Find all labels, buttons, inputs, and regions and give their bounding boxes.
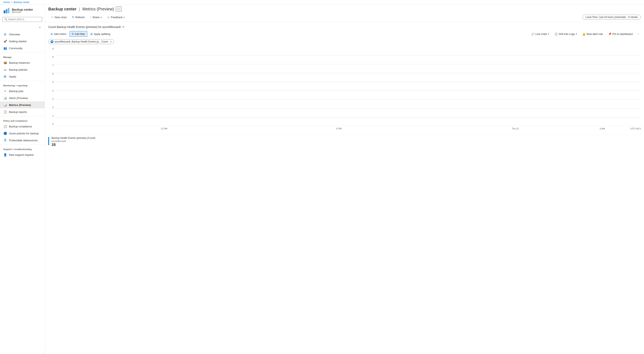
community-icon: 👥: [3, 46, 7, 50]
y-label-8: 8: [49, 56, 54, 58]
feedback-chevron-icon: ▾: [124, 16, 124, 18]
chart-container: 0123456789: [48, 46, 641, 132]
new-chart-button[interactable]: ＋ New chart: [48, 14, 69, 20]
azure-policies-icon: 🔵: [3, 132, 7, 135]
time-selector[interactable]: Local Time: Last 24 hours (Automatic - 5…: [582, 15, 641, 20]
chart-plot: [56, 46, 641, 126]
sidebar-item-azure-policies[interactable]: 🔵Azure policies for backup: [0, 130, 45, 137]
nav-section-label: Manage: [0, 53, 45, 59]
nav-section-divider: [0, 52, 45, 53]
refresh-button[interactable]: ↻ Refresh: [70, 14, 87, 20]
sidebar-item-label-alerts: Alerts (Preview): [9, 97, 28, 100]
add-metric-button[interactable]: ⊕ Add metric: [48, 31, 69, 37]
search-icon: 🔍: [4, 18, 7, 21]
app-title-group: Backup center Microsoft: [12, 8, 33, 13]
line-chart-button[interactable]: 📈 Line chart ▾: [529, 31, 551, 37]
breadcrumb-home[interactable]: Home: [3, 1, 10, 4]
x-label-6am: 6 AM: [600, 127, 605, 130]
feedback-button[interactable]: ☺ Feedback ▾: [104, 14, 127, 20]
sidebar-item-metrics[interactable]: 📊Metrics (Preview): [0, 101, 45, 108]
svg-rect-1: [6, 9, 7, 13]
sidebar-item-label-backup-instances: Backup instances: [9, 61, 30, 64]
protectable-datasources-icon: 🗄: [3, 138, 7, 142]
toolbar: ＋ New chart ↻ Refresh ↑ Share ▾ ☺ Feed: [48, 13, 641, 22]
y-label-6: 6: [49, 72, 54, 75]
main-layout: Backup center Microsoft 🔍 « ⊞Overview🚀Ge…: [0, 5, 644, 354]
sidebar-header: Backup center Microsoft: [0, 5, 45, 15]
alerts-icon: 📊: [3, 96, 7, 100]
y-axis: 0123456789: [48, 46, 54, 126]
apply-splitting-button[interactable]: ⊞ Apply splitting: [88, 31, 112, 37]
sidebar-item-overview[interactable]: ⊞Overview: [0, 31, 45, 38]
vaults-icon: 🏛: [3, 75, 7, 78]
breadcrumb: Home > Backup center: [0, 0, 644, 5]
sidebar-item-protectable-datasources[interactable]: 🗄Protectable datasources: [0, 137, 45, 144]
legend-text: Backup Health Events (preview) (Count) a…: [52, 137, 95, 147]
timezone-label: UTC+05:3: [630, 127, 641, 130]
backup-compliance-icon: 📋: [3, 125, 7, 128]
getting-started-icon: 🚀: [3, 39, 7, 43]
backup-policies-icon: 🗂: [3, 68, 7, 71]
x-axis: 12 PM 6 PM Thu 21 6 AM UTC+05:3: [56, 127, 641, 132]
svg-rect-0: [4, 10, 5, 13]
plus-icon: ＋: [51, 15, 54, 19]
sidebar-item-backup-instances[interactable]: 📦Backup instances: [0, 59, 45, 66]
sidebar-item-getting-started[interactable]: 🚀Getting started: [0, 38, 45, 45]
sidebar-item-label-backup-reports: Backup reports: [9, 110, 27, 114]
feedback-icon: ☺: [107, 15, 110, 19]
y-label-3: 3: [49, 98, 54, 100]
edit-icon[interactable]: ✏: [122, 25, 125, 28]
chart-title: Count Backup Health Events (preview) for…: [48, 25, 121, 28]
content-area: Backup center | Metrics (Preview) ··· ＋ …: [45, 5, 644, 354]
add-metric-icon: ⊕: [50, 32, 53, 35]
more-options-button[interactable]: ···: [116, 6, 122, 12]
line-chart-icon: 📈: [531, 32, 534, 35]
nav-section-divider: [0, 116, 45, 116]
filter-tag-close-icon[interactable]: ×: [110, 40, 112, 43]
nav-section-divider: [0, 81, 45, 81]
chart-more-options-button[interactable]: ···: [636, 31, 641, 37]
sidebar-collapse-chevron[interactable]: ‹: [42, 352, 45, 354]
sidebar-item-new-support[interactable]: 👤New support request: [0, 151, 45, 158]
chart-toolbar-right: 📈 Line chart ▾ 📋 Drill into Logs ▾ 🔔 New…: [529, 31, 641, 37]
sidebar-item-alerts[interactable]: 📊Alerts (Preview): [0, 95, 45, 101]
line-chart-chevron-icon: ▾: [548, 33, 549, 35]
y-label-0: 0: [49, 123, 54, 125]
search-bar[interactable]: 🔍: [2, 17, 42, 22]
sidebar-item-label-overview: Overview: [9, 33, 20, 36]
page-subtitle: Metrics (Preview): [82, 7, 114, 11]
sidebar-item-backup-policies[interactable]: 🗂Backup policies: [0, 66, 45, 73]
share-button[interactable]: ↑ Share ▾: [88, 14, 104, 20]
nav-section-divider: [0, 145, 45, 145]
sidebar-item-label-getting-started: Getting started: [9, 40, 26, 43]
new-alert-rule-button[interactable]: 🔔 New alert rule: [580, 31, 605, 37]
breadcrumb-separator: >: [11, 1, 12, 4]
nav-section-label: Support + troubleshooting: [0, 146, 45, 151]
drill-into-logs-button[interactable]: 📋 Drill into Logs ▾: [552, 31, 579, 37]
y-label-4: 4: [49, 89, 54, 92]
svg-rect-2: [8, 8, 10, 13]
sidebar-item-label-protectable-datasources: Protectable datasources: [9, 139, 38, 142]
page-title-row: Backup center | Metrics (Preview) ···: [48, 6, 641, 12]
sidebar-item-community[interactable]: 👥Community: [0, 45, 45, 52]
y-label-1: 1: [49, 115, 54, 117]
backup-reports-icon: 📋: [3, 110, 7, 114]
pin-to-dashboard-button[interactable]: 📌 Pin to dashboard: [606, 31, 635, 37]
sidebar-item-backup-compliance[interactable]: 📋Backup compliance: [0, 123, 45, 130]
sidebar-item-label-backup-jobs: Backup jobs: [9, 90, 24, 93]
legend-label: Backup Health Events (preview) (Count): [52, 137, 95, 140]
x-label-6pm: 6 PM: [336, 127, 342, 130]
sidebar-collapse-button[interactable]: «: [38, 25, 42, 30]
sidebar-item-backup-jobs[interactable]: ≡Backup jobs: [0, 88, 45, 95]
overview-icon: ⊞: [3, 32, 7, 36]
backup-instances-icon: 📦: [3, 61, 7, 64]
sidebar-item-label-vaults: Vaults: [9, 75, 16, 78]
sidebar-item-vaults[interactable]: 🏛Vaults: [0, 73, 45, 80]
page-title: Backup center: [48, 7, 76, 11]
breadcrumb-current: Backup center: [14, 1, 30, 4]
nav-items: ⊞Overview🚀Getting started👥CommunityManag…: [0, 31, 45, 158]
share-chevron-icon: ▾: [100, 16, 102, 18]
sidebar-item-backup-reports[interactable]: 📋Backup reports: [0, 108, 45, 115]
search-input[interactable]: [8, 18, 40, 21]
add-filter-button[interactable]: ⧉ Add filter: [70, 31, 87, 37]
